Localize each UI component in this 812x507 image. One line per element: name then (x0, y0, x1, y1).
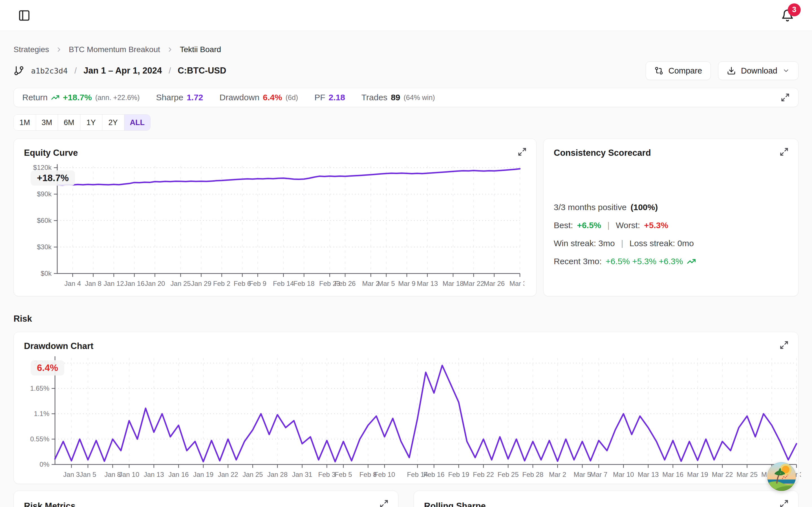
svg-text:Jan 4: Jan 4 (64, 280, 81, 287)
best-label: Best: (554, 221, 573, 230)
stat-trades-label: Trades (361, 93, 388, 102)
separator: / (168, 66, 171, 75)
maximize-icon (379, 499, 389, 507)
rolling-sharpe-expand-button[interactable] (779, 499, 789, 507)
run-meta: a1b2c3d4 / Jan 1 – Apr 1, 2024 / C:BTC-U… (13, 65, 226, 76)
pipe-separator: | (605, 221, 612, 230)
drawdown-expand-button[interactable] (779, 341, 789, 350)
trending-up-icon (51, 93, 59, 102)
rolling-sharpe-card: Rolling Sharpe (414, 491, 799, 507)
svg-text:Jan 29: Jan 29 (191, 280, 211, 287)
range-button-6m[interactable]: 6M (58, 115, 80, 130)
chevron-right-icon (166, 46, 174, 53)
consistency-scorecard-card: Consistency Scorecard 3/3 months positiv… (543, 138, 799, 296)
worst-value: +5.3% (644, 221, 668, 230)
svg-text:Jan 5: Jan 5 (80, 471, 96, 478)
svg-text:Feb 22: Feb 22 (473, 471, 494, 478)
svg-text:Jan 19: Jan 19 (193, 471, 213, 478)
stat-drawdown-duration: (6d) (286, 94, 298, 102)
stat-trades-win: (64% win) (404, 94, 435, 102)
title-actions: Compare Download (646, 61, 799, 80)
recent-months-line: Recent 3mo: +6.5% +5.3% +6.3% (554, 257, 788, 266)
svg-text:Feb 16: Feb 16 (423, 471, 445, 478)
svg-text:Mar 7: Mar 7 (590, 471, 607, 478)
bottom-cards-row: Risk Metrics Rolling Sharpe (13, 491, 799, 507)
maximize-icon (779, 147, 789, 156)
island-logo-button[interactable] (767, 462, 796, 491)
scorecard-expand-button[interactable] (779, 147, 789, 157)
drawdown-chart-card: Drawdown Chart 2.2%1.65%1.1%0.55%0%Jan 3… (13, 332, 799, 484)
stat-return-label: Return (22, 93, 48, 102)
svg-text:Jan 25: Jan 25 (243, 471, 263, 478)
stat-sharpe: Sharpe 1.72 (156, 93, 203, 102)
recent-label: Recent 3mo: (554, 257, 602, 266)
svg-text:Jan 25: Jan 25 (170, 280, 191, 287)
loss-streak: Loss streak: 0mo (629, 238, 694, 248)
run-title-row: a1b2c3d4 / Jan 1 – Apr 1, 2024 / C:BTC-U… (13, 61, 799, 80)
stat-drawdown-value: 6.4% (263, 93, 282, 102)
range-button-all[interactable]: ALL (124, 115, 150, 130)
risk-metrics-expand-button[interactable] (379, 499, 389, 507)
breadcrumb-strategies[interactable]: Strategies (13, 45, 49, 54)
svg-text:Mar 5: Mar 5 (377, 280, 395, 287)
equity-expand-button[interactable] (518, 147, 527, 157)
stat-drawdown-label: Drawdown (220, 93, 260, 102)
svg-text:1.1%: 1.1% (34, 410, 49, 417)
range-button-1y[interactable]: 1Y (80, 115, 102, 130)
maximize-icon (518, 147, 527, 156)
stat-pf-label: PF (314, 93, 325, 102)
months-positive-pct: (100%) (630, 203, 658, 212)
drawdown-chart-area: 2.2%1.65%1.1%0.55%0%Jan 3Jan 5Jan 8Jan 1… (24, 353, 788, 481)
svg-text:1.65%: 1.65% (30, 385, 49, 392)
range-button-2y[interactable]: 2Y (102, 115, 124, 130)
streaks-line: Win streak: 3mo | Loss streak: 0mo (554, 238, 788, 248)
stat-return: Return +18.7% (ann. +22.6%) (22, 93, 140, 102)
svg-text:Feb 9: Feb 9 (249, 280, 266, 287)
range-button-3m[interactable]: 3M (36, 115, 58, 130)
range-button-1m[interactable]: 1M (14, 115, 36, 130)
stat-pf-value: 2.18 (328, 93, 345, 102)
svg-text:Jan 28: Jan 28 (267, 471, 288, 478)
win-streak: Win streak: 3mo (554, 238, 615, 248)
git-compare-icon (654, 66, 663, 75)
svg-text:Mar 22: Mar 22 (463, 280, 485, 287)
notifications-button[interactable]: 3 (781, 9, 794, 22)
stat-drawdown: Drawdown 6.4% (6d) (220, 93, 298, 102)
svg-text:Mar 5: Mar 5 (574, 471, 591, 478)
breadcrumb: Strategies BTC Momentum Breakout Tektii … (13, 45, 799, 54)
svg-text:Mar 2: Mar 2 (362, 280, 379, 287)
breadcrumb-strategy-name[interactable]: BTC Momentum Breakout (69, 45, 160, 54)
maximize-icon (781, 93, 790, 102)
compare-button[interactable]: Compare (646, 61, 711, 80)
top-header: 3 (0, 0, 812, 31)
breadcrumb-current-page: Tektii Board (180, 45, 221, 54)
maximize-icon (779, 499, 789, 507)
risk-metrics-card: Risk Metrics (13, 491, 398, 507)
panel-left-icon (18, 9, 31, 22)
scorecard-body: 3/3 months positive (100%) Best: +6.5% |… (554, 203, 788, 266)
download-icon (727, 66, 736, 75)
stats-expand-button[interactable] (781, 93, 790, 102)
svg-text:Feb 10: Feb 10 (374, 471, 395, 478)
sidebar-toggle-button[interactable] (18, 9, 31, 22)
svg-text:Jan 3: Jan 3 (63, 471, 80, 478)
separator: / (74, 66, 77, 75)
best-worst-line: Best: +6.5% | Worst: +5.3% (554, 221, 788, 230)
svg-text:Jan 8: Jan 8 (85, 280, 101, 287)
download-button[interactable]: Download (718, 61, 799, 80)
risk-section-title: Risk (13, 314, 799, 324)
svg-text:0%: 0% (40, 460, 49, 468)
svg-text:Mar 13: Mar 13 (638, 471, 659, 478)
svg-text:Feb 5: Feb 5 (335, 471, 352, 478)
svg-text:Mar 22: Mar 22 (712, 471, 733, 478)
svg-text:Jan 16: Jan 16 (168, 471, 189, 478)
months-positive-text: 3/3 months positive (554, 203, 626, 212)
stat-sharpe-label: Sharpe (156, 93, 183, 102)
equity-curve-chart: $120k$90k$60k$30k$0kJan 4Jan 8Jan 12Jan … (24, 160, 524, 290)
drawdown-chart: 2.2%1.65%1.1%0.55%0%Jan 3Jan 5Jan 8Jan 1… (24, 353, 801, 481)
best-value: +6.5% (577, 221, 601, 230)
svg-text:$30k: $30k (37, 243, 52, 251)
stats-bar: Return +18.7% (ann. +22.6%) Sharpe 1.72 … (13, 88, 799, 107)
svg-text:Feb 26: Feb 26 (335, 280, 356, 287)
max-drawdown-badge: 6.4% (31, 360, 64, 376)
